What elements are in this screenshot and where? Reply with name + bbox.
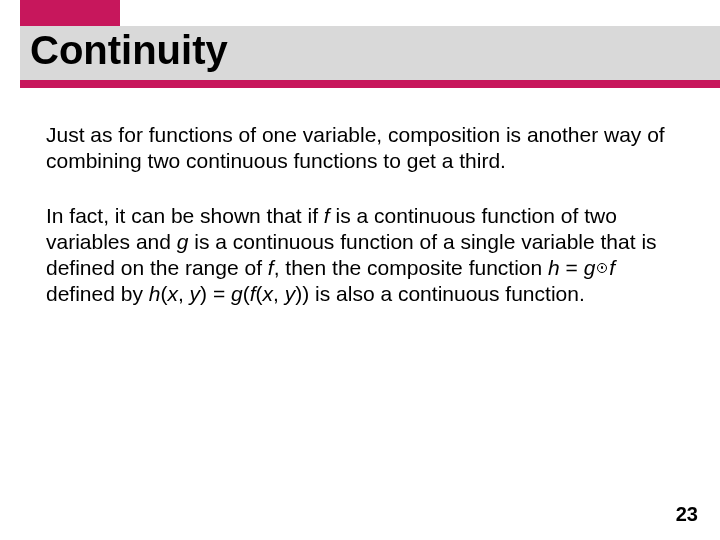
- text: defined by: [46, 282, 149, 305]
- text: ,: [273, 282, 285, 305]
- page-title: Continuity: [30, 28, 228, 72]
- var-h: h: [149, 282, 161, 305]
- text: (: [256, 282, 263, 305]
- text: (: [243, 282, 250, 305]
- paragraph-2: In fact, it can be shown that if f is a …: [46, 203, 674, 308]
- accent-box: [20, 0, 120, 26]
- var-y: y: [285, 282, 296, 305]
- var-y: y: [190, 282, 201, 305]
- title-underline: [20, 80, 720, 88]
- var-g: g: [584, 256, 596, 279]
- var-x: x: [167, 282, 178, 305]
- text: =: [560, 256, 584, 279]
- var-h: h: [548, 256, 560, 279]
- var-f: f: [609, 256, 615, 279]
- content-area: Just as for functions of one variable, c…: [0, 92, 720, 308]
- page-number: 23: [676, 503, 698, 526]
- text: ,: [178, 282, 190, 305]
- var-g: g: [177, 230, 189, 253]
- title-block: Continuity: [0, 0, 720, 92]
- paragraph-1: Just as for functions of one variable, c…: [46, 122, 674, 175]
- var-x: x: [263, 282, 274, 305]
- text: )) is also a continuous function.: [295, 282, 585, 305]
- text: , then the composite function: [274, 256, 548, 279]
- text: ) =: [200, 282, 231, 305]
- var-g: g: [231, 282, 243, 305]
- text: In fact, it can be shown that if: [46, 204, 324, 227]
- compose-icon: [597, 263, 607, 273]
